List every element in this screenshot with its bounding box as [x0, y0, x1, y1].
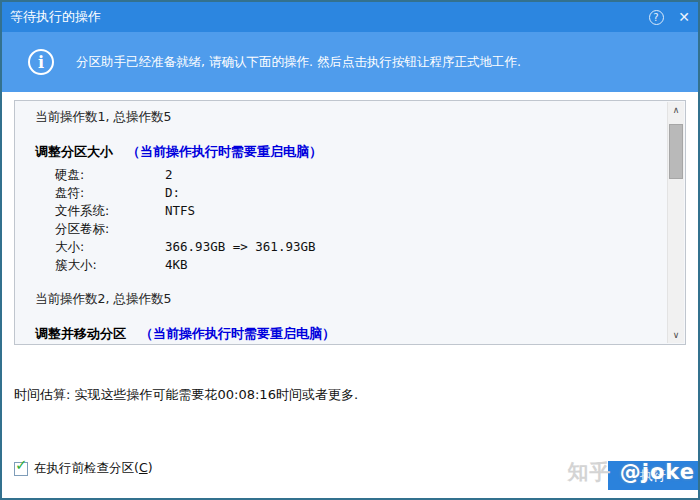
pending-operations-dialog: 等待执行的操作 ? ✕ i 分区助手已经准备就绪, 请确认下面的操作. 然后点击…: [0, 0, 700, 500]
detail-label: 文件系统:: [55, 203, 165, 220]
detail-row-drive-letter: 盘符:D:: [55, 185, 180, 203]
checkmark-icon: ✓: [15, 458, 28, 473]
check-before-execute-row[interactable]: ✓ 在执行前检查分区(C): [14, 460, 153, 477]
detail-value: 4KB: [165, 257, 188, 272]
scroll-up-icon[interactable]: ∧: [668, 102, 684, 118]
detail-label: 分区卷标:: [55, 221, 165, 238]
detail-label: 硬盘:: [55, 167, 165, 184]
execute-button[interactable]: 执行: [608, 461, 698, 490]
operation-2-name: 调整并移动分区: [35, 326, 126, 341]
check-before-execute-checkbox[interactable]: ✓: [14, 462, 28, 476]
operation-title-1: 调整分区大小（当前操作执行时需要重启电脑）: [35, 143, 322, 161]
operation-title-2: 调整并移动分区（当前操作执行时需要重启电脑）: [35, 325, 335, 343]
detail-label: 大小:: [55, 239, 165, 256]
help-button[interactable]: ?: [642, 2, 670, 32]
operations-list[interactable]: 当前操作数1, 总操作数5 调整分区大小（当前操作执行时需要重启电脑） 硬盘:2…: [14, 100, 686, 345]
window-title: 等待执行的操作: [2, 8, 101, 26]
execute-button-label: 执行: [640, 467, 666, 485]
detail-row-size: 大小:366.93GB => 361.93GB: [55, 239, 316, 257]
close-icon: ✕: [678, 9, 690, 25]
operation-1-restart-warning: （当前操作执行时需要重启电脑）: [127, 144, 322, 159]
detail-value: 366.93GB => 361.93GB: [165, 239, 316, 254]
checkbox-label-close: ): [148, 460, 153, 475]
checkbox-label-text: 在执行前检查分区(: [34, 460, 139, 475]
close-button[interactable]: ✕: [670, 2, 698, 32]
title-bar: 等待执行的操作 ? ✕: [2, 2, 698, 32]
checkbox-label[interactable]: 在执行前检查分区(C): [34, 460, 153, 477]
detail-row-filesystem: 文件系统:NTFS: [55, 203, 195, 221]
help-icon: ?: [649, 10, 664, 25]
detail-label: 簇大小:: [55, 257, 165, 274]
operation-1-name: 调整分区大小: [35, 144, 113, 159]
detail-label: 盘符:: [55, 185, 165, 202]
detail-row-disk: 硬盘:2: [55, 167, 173, 185]
info-message: 分区助手已经准备就绪, 请确认下面的操作. 然后点击执行按钮让程序正式地工作.: [76, 54, 521, 71]
scrollbar-thumb[interactable]: [669, 124, 683, 179]
scroll-down-icon[interactable]: ∨: [668, 327, 684, 343]
operation-2-restart-warning: （当前操作执行时需要重启电脑）: [140, 326, 335, 341]
detail-value: D:: [165, 185, 180, 200]
operation-counter-1: 当前操作数1, 总操作数5: [35, 109, 171, 126]
operation-counter-2: 当前操作数2, 总操作数5: [35, 291, 171, 308]
info-banner: i 分区助手已经准备就绪, 请确认下面的操作. 然后点击执行按钮让程序正式地工作…: [2, 32, 698, 92]
detail-row-volume-label: 分区卷标:: [55, 221, 165, 239]
detail-row-cluster-size: 簇大小:4KB: [55, 257, 188, 275]
info-icon: i: [28, 49, 54, 75]
detail-value: 2: [165, 167, 173, 182]
vertical-scrollbar[interactable]: ∧ ∨: [667, 102, 684, 343]
checkbox-access-key: C: [139, 460, 148, 475]
time-estimate-text: 时间估算: 实现这些操作可能需要花00:08:16时间或者更多.: [14, 386, 358, 404]
detail-value: NTFS: [165, 203, 195, 218]
